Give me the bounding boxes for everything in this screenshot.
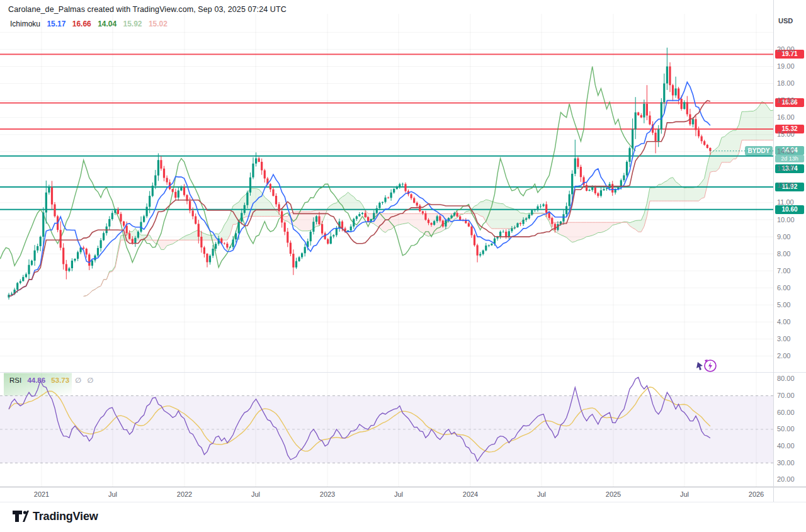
time-axis-label: 2023	[320, 490, 335, 498]
time-axis-label: Jul	[251, 490, 260, 498]
rsi-axis-label: 50.00	[777, 425, 795, 433]
price-axis-label: 3.00	[777, 335, 790, 342]
time-axis-label: Jul	[108, 490, 117, 498]
price-axis-label: 19.00	[777, 62, 795, 70]
tradingview-wordmark: TradingView	[33, 510, 98, 523]
price-axis-label: 7.00	[777, 267, 790, 274]
price-axis-label: 4.00	[777, 318, 790, 325]
rsi-value: 44.86	[27, 376, 45, 384]
price-axis-label: 11.00	[777, 198, 794, 206]
time-axis-label: 2025	[606, 490, 621, 498]
time-axis-label: Jul	[680, 490, 689, 498]
price-axis-label: 5.00	[777, 301, 790, 308]
price-axis-label: 15.00	[777, 130, 795, 138]
indicator-name: Ichimoku	[10, 20, 40, 28]
price-axis-label: 14.00	[777, 147, 795, 155]
time-axis-label: Jul	[537, 490, 546, 498]
ichimoku-lagging-value: 14.04	[98, 20, 116, 28]
price-axis-label: 2.00	[777, 352, 790, 359]
rsi-indicator-name: RSI	[9, 376, 21, 384]
rsi-axis-label: 80.00	[777, 375, 795, 382]
rsi-axis-label: 60.00	[777, 409, 795, 416]
rsi-empty-marker: ∅	[75, 376, 81, 384]
ichimoku-legend[interactable]: Ichimoku 15.17 16.66 14.04 15.92 15.02	[10, 20, 172, 28]
price-axis-label: 16.00	[777, 113, 795, 121]
price-axis-currency: USD	[778, 17, 793, 25]
mouse-cursor-icon	[696, 362, 703, 370]
price-axis-label: 13.00	[777, 164, 795, 172]
flash-refresh-icon[interactable]	[695, 356, 720, 376]
time-axis-label: 2021	[34, 490, 49, 498]
time-axis-label: 2024	[463, 490, 478, 498]
price-axis-label: 17.00	[777, 96, 795, 104]
price-axis-label: 9.00	[777, 233, 790, 241]
main-chart[interactable]	[0, 0, 806, 504]
ichimoku-base-value: 16.66	[72, 20, 91, 28]
rsi-legend[interactable]: RSI 44.86 53.73 ∅ ∅	[9, 376, 97, 385]
tradingview-chart-widget: { "header": { "title": "Carolane_de_Palm…	[0, 0, 806, 532]
lightning-bolt-icon	[708, 362, 712, 370]
ichimoku-conversion-value: 15.17	[47, 20, 65, 28]
rsi-empty-marker: ∅	[87, 376, 93, 384]
tradingview-logo-icon	[11, 507, 29, 525]
price-axis-label: 18.00	[777, 79, 795, 87]
price-badge-10.60: 10.60	[775, 205, 804, 214]
time-axis-label: 2026	[749, 490, 764, 498]
rsi-axis-label: 30.00	[777, 459, 795, 467]
price-axis-label: 12.00	[777, 181, 795, 189]
rsi-axis-label: 20.00	[777, 475, 795, 483]
ticker-label-pill: BYDDY	[745, 146, 773, 156]
time-axis-label: 2022	[177, 490, 192, 498]
price-axis-label: 20.00	[777, 45, 795, 53]
tradingview-footer[interactable]: TradingView	[11, 507, 98, 525]
ichimoku-lead-b-value: 15.02	[149, 20, 167, 28]
rsi-axis-label: 70.00	[777, 392, 795, 399]
ichimoku-lead-a-value: 15.92	[123, 20, 142, 28]
rsi-axis-label: 40.00	[777, 442, 795, 450]
time-axis-label: Jul	[394, 490, 403, 498]
price-axis-label: 8.00	[777, 250, 790, 258]
rsi-ma-value: 53.73	[51, 376, 69, 384]
chart-attribution-title: Carolane_de_Palmas created with TradingV…	[8, 5, 287, 14]
price-axis-label: 6.00	[777, 284, 790, 291]
bar-close-countdown: 2d 13h	[775, 155, 804, 162]
price-axis-label: 10.00	[777, 216, 795, 224]
